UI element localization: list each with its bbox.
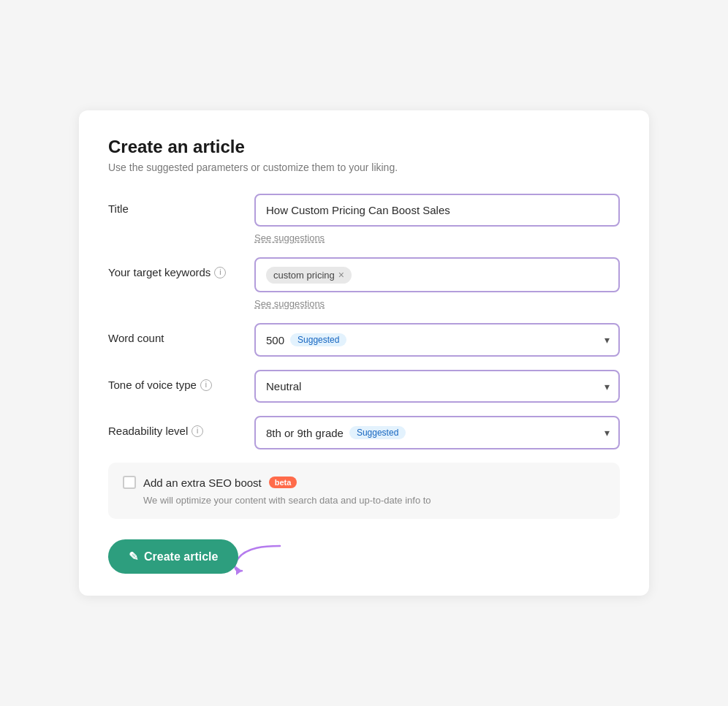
tone-value: Neutral	[266, 380, 301, 392]
title-row: Title See suggestions	[108, 194, 620, 244]
create-article-button[interactable]: ✎ Create article	[108, 539, 238, 574]
word-count-row: Word count 500 Suggested ▾	[108, 323, 620, 357]
word-count-label: Word count	[108, 323, 254, 344]
page-subtitle: Use the suggested parameters or customiz…	[108, 162, 620, 173]
seo-beta-badge: beta	[269, 477, 297, 488]
keyword-remove-icon[interactable]: ×	[338, 270, 344, 280]
word-count-display[interactable]: 500 Suggested	[254, 323, 620, 357]
readability-display[interactable]: 8th or 9th grade Suggested	[254, 416, 620, 449]
bottom-bar: ✎ Create article	[108, 539, 620, 574]
svg-marker-0	[236, 566, 242, 575]
readability-select-wrap: 8th or 9th grade Suggested ▾	[254, 416, 620, 449]
title-input[interactable]	[254, 194, 620, 227]
keywords-input[interactable]: custom pricing ×	[254, 257, 620, 292]
seo-boost-checkbox[interactable]	[123, 476, 136, 489]
seo-boost-row: Add an extra SEO boost beta	[123, 476, 605, 489]
tone-row: Tone of voice type i Neutral ▾	[108, 370, 620, 403]
create-article-card: Create an article Use the suggested para…	[79, 110, 649, 596]
readability-row: Readability level i 8th or 9th grade Sug…	[108, 416, 620, 449]
title-label: Title	[108, 194, 254, 215]
tone-field-wrap: Neutral ▾	[254, 370, 620, 403]
create-button-label: Create article	[144, 550, 218, 563]
title-see-suggestions[interactable]: See suggestions	[254, 232, 325, 243]
keyword-text: custom pricing	[273, 270, 335, 281]
readability-info-icon: i	[192, 425, 203, 437]
keywords-info-icon: i	[214, 267, 226, 278]
title-field-wrap: See suggestions	[254, 194, 620, 244]
seo-description: We will optimize your content with searc…	[123, 495, 605, 506]
word-count-badge: Suggested	[290, 333, 346, 346]
keywords-field-wrap: custom pricing × See suggestions	[254, 257, 620, 310]
readability-label: Readability level i	[108, 416, 254, 437]
word-count-field-wrap: 500 Suggested ▾	[254, 323, 620, 357]
tone-label: Tone of voice type i	[108, 370, 254, 391]
keywords-label: Your target keywords i	[108, 257, 254, 278]
keywords-see-suggestions[interactable]: See suggestions	[254, 298, 325, 309]
keywords-row: Your target keywords i custom pricing × …	[108, 257, 620, 310]
readability-value: 8th or 9th grade	[266, 427, 344, 439]
tone-select-wrap: Neutral ▾	[254, 370, 620, 403]
word-count-value: 500	[266, 334, 284, 346]
pencil-icon: ✎	[129, 550, 138, 563]
seo-boost-label: Add an extra SEO boost	[143, 477, 262, 489]
tone-info-icon: i	[200, 379, 212, 391]
page-title: Create an article	[108, 137, 620, 157]
tone-display[interactable]: Neutral	[254, 370, 620, 403]
readability-field-wrap: 8th or 9th grade Suggested ▾	[254, 416, 620, 449]
word-count-select-wrap: 500 Suggested ▾	[254, 323, 620, 357]
keyword-tag: custom pricing ×	[266, 267, 352, 284]
seo-boost-section: Add an extra SEO boost beta We will opti…	[108, 463, 620, 519]
readability-badge: Suggested	[349, 426, 406, 439]
